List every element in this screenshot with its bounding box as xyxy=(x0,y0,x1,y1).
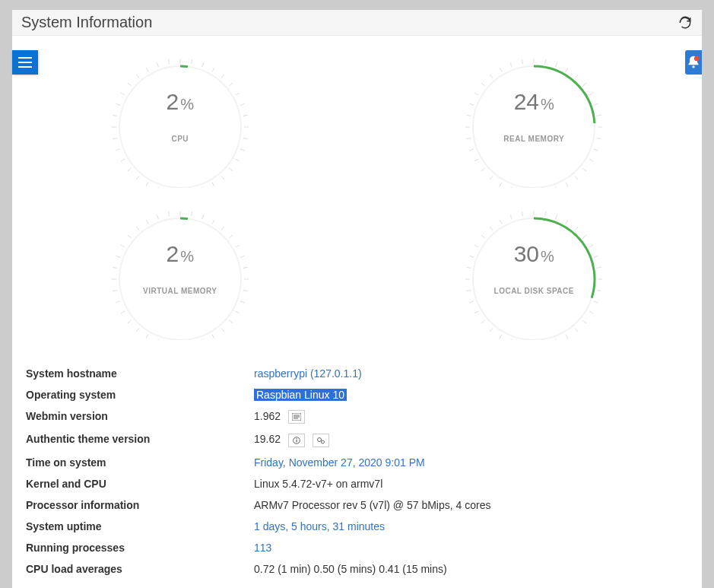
svg-line-91 xyxy=(221,328,224,332)
svg-line-116 xyxy=(566,220,568,224)
svg-rect-154 xyxy=(296,440,297,443)
gauge-cpu: 2% CPU xyxy=(97,51,264,188)
svg-line-75 xyxy=(510,62,512,67)
svg-line-99 xyxy=(136,328,139,332)
svg-line-37 xyxy=(136,75,139,78)
svg-line-39 xyxy=(157,62,158,67)
svg-line-62 xyxy=(500,183,502,186)
notifications-button[interactable] xyxy=(685,50,702,75)
running-processes-label: Running processes xyxy=(26,542,254,554)
gauge-cpu-value: 2 xyxy=(167,89,179,114)
svg-line-121 xyxy=(597,267,601,268)
theme-info-button[interactable] xyxy=(288,434,305,447)
svg-line-38 xyxy=(146,68,148,72)
svg-line-57 xyxy=(556,187,557,188)
menu-toggle-button[interactable] xyxy=(12,50,38,75)
svg-rect-155 xyxy=(296,438,297,439)
svg-line-52 xyxy=(594,149,598,151)
gauge-local-disk-value: 30 xyxy=(514,241,539,266)
changelog-icon xyxy=(292,413,301,421)
refresh-button[interactable] xyxy=(678,15,693,30)
uptime-value[interactable]: 1 days, 5 hours, 31 minutes xyxy=(254,520,385,532)
uptime-label: System uptime xyxy=(26,520,254,532)
bell-icon xyxy=(686,55,701,70)
running-processes-value[interactable]: 113 xyxy=(254,542,271,554)
refresh-icon xyxy=(678,16,692,30)
svg-line-42 xyxy=(545,59,546,64)
svg-line-46 xyxy=(583,83,587,86)
gauge-virtual-memory-label: VIRTUAL MEMORY xyxy=(97,287,264,295)
gauge-real-memory-label: REAL MEMORY xyxy=(450,135,617,143)
svg-line-117 xyxy=(575,227,578,230)
svg-line-97 xyxy=(157,339,158,340)
svg-line-144 xyxy=(481,235,485,238)
svg-line-44 xyxy=(566,68,568,72)
svg-line-78 xyxy=(191,211,192,216)
svg-line-80 xyxy=(212,220,214,224)
processor-label: Processor information xyxy=(26,499,254,511)
svg-line-61 xyxy=(510,187,512,188)
svg-line-19 xyxy=(221,176,224,180)
svg-line-64 xyxy=(481,168,485,171)
svg-line-56 xyxy=(566,183,568,186)
svg-line-148 xyxy=(522,211,523,216)
svg-line-49 xyxy=(597,115,601,116)
svg-line-138 xyxy=(470,301,474,303)
svg-line-27 xyxy=(136,176,139,180)
info-icon xyxy=(293,437,300,444)
svg-line-72 xyxy=(481,83,485,86)
svg-line-26 xyxy=(146,183,148,186)
svg-point-156 xyxy=(317,437,321,441)
svg-line-129 xyxy=(556,339,557,340)
svg-line-92 xyxy=(212,335,214,338)
theme-version-value: 19.62 xyxy=(254,433,281,445)
svg-line-18 xyxy=(229,168,233,171)
svg-line-134 xyxy=(500,335,502,338)
webmin-version-value: 1.962 xyxy=(254,410,281,422)
svg-line-102 xyxy=(116,301,120,303)
svg-line-100 xyxy=(128,320,132,323)
svg-line-109 xyxy=(136,227,139,230)
load-averages-label: CPU load averages xyxy=(26,563,254,575)
gauge-local-disk: 30% LOCAL DISK SPACE xyxy=(450,203,617,340)
svg-line-10 xyxy=(229,83,233,86)
svg-line-40 xyxy=(168,59,169,64)
webmin-changelog-button[interactable] xyxy=(288,410,305,424)
svg-line-145 xyxy=(490,227,493,230)
svg-line-81 xyxy=(221,227,224,230)
svg-line-74 xyxy=(500,68,502,72)
svg-line-124 xyxy=(594,301,598,303)
svg-line-28 xyxy=(128,168,132,171)
svg-rect-0 xyxy=(18,57,32,59)
svg-line-115 xyxy=(556,215,557,219)
time-value[interactable]: Friday, November 27, 2020 9:01 PM xyxy=(254,456,425,469)
svg-point-3 xyxy=(692,65,694,68)
load-averages-value: 0.72 (1 min) 0.50 (5 mins) 0.41 (15 mins… xyxy=(254,563,447,575)
hostname-label: System hostname xyxy=(26,367,254,380)
gauge-real-memory: 24% REAL MEMORY xyxy=(450,51,617,188)
svg-line-43 xyxy=(556,62,557,67)
webmin-version-label: Webmin version xyxy=(26,410,254,424)
svg-line-76 xyxy=(522,59,523,64)
svg-rect-1 xyxy=(18,62,32,63)
gauge-local-disk-label: LOCAL DISK SPACE xyxy=(450,287,617,295)
svg-line-146 xyxy=(500,220,502,224)
gauges-grid: 2% CPU 24% REAL MEMORY 2% VIRTUAL MEMORY… xyxy=(26,51,688,340)
svg-line-118 xyxy=(583,235,587,238)
svg-line-133 xyxy=(510,339,512,340)
svg-line-36 xyxy=(128,83,132,86)
svg-line-65 xyxy=(474,159,478,161)
svg-line-90 xyxy=(229,320,233,323)
svg-line-126 xyxy=(583,320,587,323)
theme-settings-button[interactable] xyxy=(313,434,329,447)
theme-version-label: Authentic theme version xyxy=(26,433,254,447)
svg-line-16 xyxy=(240,149,245,151)
kernel-label: Kernel and CPU xyxy=(26,478,254,490)
svg-line-108 xyxy=(128,235,132,238)
svg-line-8 xyxy=(212,68,214,72)
hostname-value[interactable]: raspberrypi (127.0.1.1) xyxy=(254,367,362,380)
svg-line-55 xyxy=(575,176,578,180)
svg-line-135 xyxy=(490,328,493,332)
svg-line-127 xyxy=(575,328,578,332)
svg-line-147 xyxy=(510,215,512,219)
